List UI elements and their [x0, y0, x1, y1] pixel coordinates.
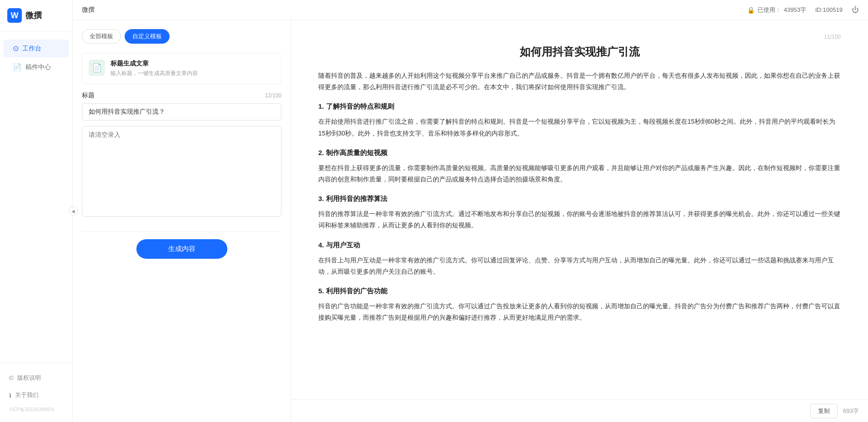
sidebar-item-drafts[interactable]: 📄 稿件中心: [4, 58, 69, 76]
logo-icon: W: [7, 8, 22, 23]
app-name: 微撰: [25, 10, 42, 21]
template-info: 标题生成文章 输入标题，一键生成高质量文章内容: [110, 60, 275, 77]
title-char-count: 12/100: [265, 92, 281, 99]
workbench-icon: ⊙: [13, 44, 19, 53]
article-para-3: 抖音的推荐算法是一种非常有效的推广引流方式。通过不断地发布和分享自己的短视频，你…: [318, 208, 841, 231]
article-heading-3: 3. 利用抖音的推荐算法: [318, 192, 841, 205]
article-intro: 随着抖音的普及，越来越多的人开始利用这个短视频分享平台来推广自己的产品或服务。抖…: [318, 70, 841, 93]
title-label: 标题: [82, 91, 95, 100]
content-textarea[interactable]: [82, 126, 281, 217]
sidebar-item-workbench[interactable]: ⊙ 工作台: [4, 40, 69, 57]
title-input[interactable]: [82, 103, 281, 121]
main-area: 全部模板 自定义模板 📄 标题生成文章 输入标题，一键生成高质量文章内容 标题 …: [73, 20, 868, 422]
copyright-label: 版权说明: [17, 374, 41, 382]
nav-items: ⊙ 工作台 📄 稿件中心: [0, 31, 72, 362]
copyright-icon: ©: [9, 375, 14, 382]
article-heading-4: 4. 与用户互动: [318, 239, 841, 251]
template-title: 标题生成文章: [110, 60, 275, 68]
collapse-arrow[interactable]: ◀: [69, 206, 78, 216]
page-number: 11/100: [318, 34, 841, 40]
left-panel: 全部模板 自定义模板 📄 标题生成文章 输入标题，一键生成高质量文章内容 标题 …: [73, 20, 291, 422]
article-para-1: 在开始使用抖音进行推广引流之前，你需要了解抖音的特点和规则。抖音是一个短视频分享…: [318, 116, 841, 139]
usage-info: 🔒 已使用： 43953字: [747, 6, 806, 14]
topbar: 微撰 🔒 已使用： 43953字 ID:100519 ⏻: [73, 0, 868, 20]
about-item[interactable]: ℹ 关于我们: [7, 387, 65, 403]
article-body: 随着抖音的普及，越来越多的人开始利用这个短视频分享平台来推广自己的产品或服务。抖…: [318, 70, 841, 323]
template-desc: 输入标题，一键生成高质量文章内容: [110, 70, 275, 77]
divider: [82, 231, 281, 232]
article-para-4: 在抖音上与用户互动是一种非常有效的推广引流方式。你可以通过回复评论、点赞、分享等…: [318, 255, 841, 277]
word-count: 693字: [843, 407, 859, 415]
usage-label: 已使用：: [758, 6, 781, 14]
sidebar: W 微撰 ⊙ 工作台 📄 稿件中心 © 版权说明 ℹ 关于我们 ©ICP备202…: [0, 0, 73, 422]
topbar-title: 微撰: [82, 6, 95, 14]
article-para-2: 要想在抖音上获得更多的流量，你需要制作高质量的短视频。高质量的短视频能够吸引更多…: [318, 162, 841, 185]
usage-icon: 🔒: [747, 6, 755, 14]
template-tabs: 全部模板 自定义模板: [82, 29, 281, 44]
article-heading-1: 1. 了解抖音的特点和规则: [318, 100, 841, 112]
template-card[interactable]: 📄 标题生成文章 输入标题，一键生成高质量文章内容: [82, 53, 281, 84]
logo-area: W 微撰: [0, 0, 72, 31]
logo-letter: W: [11, 11, 19, 20]
template-icon: 📄: [89, 60, 105, 76]
drafts-icon: 📄: [13, 63, 22, 71]
tab-custom-templates[interactable]: 自定义模板: [125, 29, 170, 44]
bottom-bar: 复制 693字: [291, 399, 868, 422]
article-heading-5: 5. 利用抖音的广告功能: [318, 285, 841, 297]
sidebar-item-label: 稿件中心: [25, 63, 51, 71]
right-panel: 11/100 如何用抖音实现推广引流 随着抖音的普及，越来越多的人开始利用这个短…: [291, 20, 868, 422]
icp-text: ©ICP备2022018846号: [7, 405, 65, 415]
sidebar-bottom: © 版权说明 ℹ 关于我们 ©ICP备2022018846号: [0, 362, 72, 422]
user-id: ID:100519: [815, 6, 843, 13]
article-heading-2: 2. 制作高质量的短视频: [318, 146, 841, 159]
usage-value: 43953字: [784, 6, 806, 14]
article-para-5: 抖音的广告功能是一种非常有效的推广引流方式。你可以通过广告投放来让更多的人看到你…: [318, 301, 841, 323]
article-title: 如何用抖音实现推广引流: [318, 45, 841, 59]
generate-button[interactable]: 生成内容: [136, 239, 227, 259]
copyright-item[interactable]: © 版权说明: [7, 370, 65, 386]
title-label-row: 标题 12/100: [82, 91, 281, 100]
copy-button[interactable]: 复制: [810, 404, 838, 418]
about-label: 关于我们: [15, 391, 39, 399]
sidebar-item-label: 工作台: [22, 45, 41, 53]
logout-button[interactable]: ⏻: [852, 6, 859, 14]
tab-all-templates[interactable]: 全部模板: [82, 29, 121, 44]
topbar-right: 🔒 已使用： 43953字 ID:100519 ⏻: [747, 6, 859, 14]
about-icon: ℹ: [9, 392, 11, 399]
